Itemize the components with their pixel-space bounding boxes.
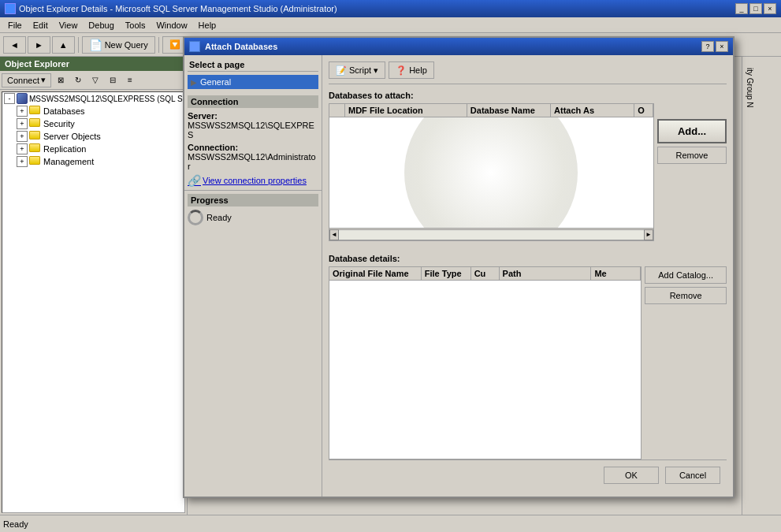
dialog-toolbar: 📝 Script ▾ ❓ Help — [329, 61, 727, 84]
help-icon: ❓ — [396, 65, 407, 76]
details-area: Original File Name File Type Cu Path Me … — [329, 266, 727, 459]
remove-bottom-button[interactable]: Remove — [645, 287, 727, 304]
status-text: Ready — [3, 519, 28, 529]
mdf-location-header: MDF File Location — [345, 104, 467, 117]
view-connection-properties-link[interactable]: 🔗 View connection properties — [188, 174, 318, 187]
new-query-icon: 📄 — [89, 39, 102, 51]
databases-grid-hscroll[interactable]: ◄ ► — [329, 228, 653, 240]
attach-as-header: Attach As — [551, 104, 634, 117]
connection-value: MSSWSS2MSQL12\Administrator — [188, 152, 318, 171]
script-icon: 📝 — [336, 65, 347, 76]
object-explorer-title: Object Explorer — [0, 57, 187, 71]
app-icon — [5, 3, 16, 14]
details-grid-body[interactable] — [329, 281, 641, 352]
menu-debug[interactable]: Debug — [84, 20, 118, 31]
connection-section-title: Connection — [188, 95, 318, 108]
cancel-button[interactable]: Cancel — [665, 467, 720, 484]
help-button[interactable]: ❓ Help — [389, 61, 434, 79]
scroll-right-btn[interactable]: ► — [644, 229, 653, 240]
server-objects-folder-icon — [29, 131, 42, 142]
list-view-button[interactable]: ≡ — [122, 73, 138, 87]
database-details-section: Database details: Original File Name Fil… — [329, 254, 727, 459]
dialog-close-button[interactable]: × — [716, 41, 728, 52]
details-grid[interactable]: Original File Name File Type Cu Path Me — [329, 266, 642, 459]
add-catalog-button[interactable]: Add Catalog... — [645, 266, 727, 284]
databases-grid-area: MDF File Location Database Name Attach A… — [329, 103, 727, 247]
dialog-icon — [189, 41, 200, 52]
current-path-header: Cu — [471, 267, 500, 280]
col4-header: O — [634, 104, 653, 117]
back-button[interactable]: ◄ — [3, 36, 26, 54]
maximize-button[interactable]: □ — [749, 3, 762, 14]
server-icon — [17, 93, 28, 104]
remove-top-button[interactable]: Remove — [657, 147, 727, 164]
databases-expand-icon[interactable]: + — [17, 106, 28, 117]
up-button[interactable]: ▲ — [52, 36, 75, 54]
right-panel-label: ity Group N — [742, 65, 757, 111]
replication-expand-icon[interactable]: + — [17, 143, 28, 154]
server-objects-expand-icon[interactable]: + — [17, 131, 28, 142]
check-column — [329, 104, 345, 117]
dialog-help-button[interactable]: ? — [701, 41, 714, 52]
page-item-general[interactable]: ▶ General — [188, 75, 318, 89]
tree-item-server-objects[interactable]: + Server Objects — [2, 130, 184, 143]
object-explorer-panel: Object Explorer Connect ▾ ⊠ ↻ ▽ ⊟ ≡ - MS… — [0, 57, 188, 515]
menu-file[interactable]: File — [3, 20, 27, 31]
database-name-header: Database Name — [467, 104, 551, 117]
minimize-button[interactable]: _ — [735, 3, 748, 14]
toolbar-sep-2 — [158, 37, 159, 53]
select-page-label: Select a page — [188, 58, 318, 72]
ok-button[interactable]: OK — [604, 467, 659, 484]
window-controls: _ □ × — [735, 3, 776, 14]
server-node-label: MSSWSS2MSQL12\SQLEXPRESS (SQL S — [29, 95, 183, 103]
tree-item-security[interactable]: + Security — [2, 117, 184, 130]
menu-view[interactable]: View — [54, 20, 83, 31]
management-expand-icon[interactable]: + — [17, 156, 28, 167]
tree-item-replication[interactable]: + Replication — [2, 143, 184, 155]
connect-dropdown-icon: ▾ — [41, 75, 46, 85]
forward-button[interactable]: ► — [28, 36, 50, 54]
right-side-panel: ity Group N — [742, 57, 781, 515]
page-arrow-icon: ▶ — [191, 78, 197, 87]
menu-edit[interactable]: Edit — [28, 20, 53, 31]
script-button[interactable]: 📝 Script ▾ — [329, 61, 385, 79]
dialog-footer: OK Cancel — [329, 459, 727, 490]
security-folder-icon — [29, 118, 42, 129]
menu-window[interactable]: Window — [151, 20, 192, 31]
object-explorer-toolbar: Connect ▾ ⊠ ↻ ▽ ⊟ ≡ — [0, 71, 187, 90]
replication-folder-icon — [29, 143, 42, 154]
toolbar-sep-1 — [78, 37, 79, 53]
dialog-main-content: 📝 Script ▾ ❓ Help Databases to attach: — [322, 55, 733, 497]
server-expand-icon[interactable]: - — [4, 93, 15, 104]
server-value: MSSWSS2MSQL12\SQLEXPRES — [188, 121, 318, 140]
security-expand-icon[interactable]: + — [17, 118, 28, 129]
details-action-buttons: Add Catalog... Remove — [645, 266, 727, 459]
tree-item-management[interactable]: + Management — [2, 155, 184, 168]
tree-item-databases[interactable]: + Databases — [2, 105, 184, 117]
script-dropdown-icon: ▾ — [374, 65, 378, 76]
databases-grid-body[interactable] — [329, 117, 653, 228]
close-button[interactable]: × — [764, 3, 776, 14]
menu-tools[interactable]: Tools — [121, 20, 151, 31]
connect-button[interactable]: Connect ▾ — [2, 73, 51, 87]
new-query-button[interactable]: 📄 New Query — [82, 36, 155, 54]
message-header: Me — [591, 267, 641, 280]
databases-grid-header: MDF File Location Database Name Attach A… — [329, 104, 653, 117]
refresh-tree-button[interactable]: ↻ — [70, 73, 86, 87]
disconnect-button[interactable]: ⊠ — [53, 73, 69, 87]
select-page-section: Select a page ▶ General — [184, 55, 322, 92]
dialog-body: Select a page ▶ General Connection Serve… — [184, 55, 733, 497]
path-header: Path — [500, 267, 592, 280]
add-button[interactable]: Add... — [657, 119, 727, 143]
tree-server-node[interactable]: - MSSWSS2MSQL12\SQLEXPRESS (SQL S — [2, 92, 184, 105]
object-explorer-tree[interactable]: - MSSWSS2MSQL12\SQLEXPRESS (SQL S + Data… — [2, 91, 185, 513]
collapse-button[interactable]: ⊟ — [105, 73, 121, 87]
filter-tree-button[interactable]: ▽ — [87, 73, 103, 87]
scroll-left-btn[interactable]: ◄ — [329, 229, 339, 240]
menu-help[interactable]: Help — [194, 20, 221, 31]
connection-section: Connection Server: MSSWSS2MSQL12\SQLEXPR… — [184, 92, 322, 191]
management-folder-icon — [29, 156, 42, 167]
progress-section-title: Progress — [188, 194, 318, 206]
connection-label: Connection: — [188, 143, 318, 152]
dialog-title-bar: Attach Databases ? × — [184, 38, 733, 55]
